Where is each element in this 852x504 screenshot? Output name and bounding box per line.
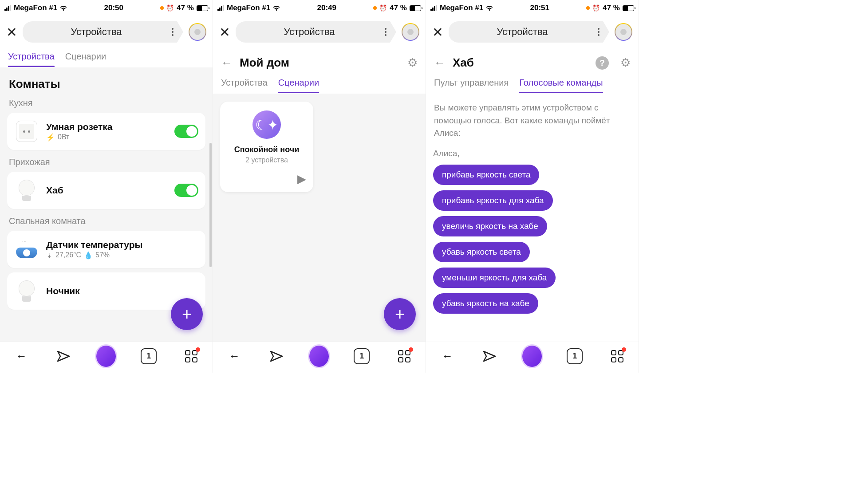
status-time: 20:51 — [530, 4, 549, 12]
thermometer-icon: 🌡 — [46, 252, 53, 259]
device-power: 0Вт — [58, 133, 69, 141]
bottom-nav: ← 1 — [213, 342, 426, 373]
bottom-nav: ← 1 — [426, 342, 639, 373]
device-name: Датчик температуры — [46, 240, 198, 250]
battery-icon — [197, 5, 208, 11]
nav-back[interactable]: ← — [225, 346, 244, 366]
carrier-label: MegaFon #1 — [227, 4, 270, 12]
status-time: 20:49 — [317, 4, 336, 12]
hub-toggle[interactable] — [174, 184, 198, 197]
nav-tabs[interactable]: 1 — [139, 346, 158, 366]
back-button[interactable]: ← — [434, 56, 446, 70]
voice-chip[interactable]: прибавь яркость света — [433, 165, 539, 185]
voice-chip[interactable]: прибавь яркость для хаба — [433, 190, 553, 211]
nav-send[interactable] — [54, 346, 74, 366]
nav-alice[interactable] — [309, 346, 329, 366]
voice-intro: Вы можете управлять этим устройством с п… — [434, 102, 631, 140]
title-pill[interactable]: Устройства — [449, 21, 609, 43]
kebab-icon[interactable] — [598, 28, 600, 36]
voice-chip[interactable]: убавь яркость света — [433, 242, 530, 262]
tab-scenarios[interactable]: Сценарии — [65, 48, 106, 67]
notification-dot-icon — [196, 347, 200, 352]
tab-remote[interactable]: Пульт управления — [434, 74, 509, 93]
room-kitchen-label: Кухня — [9, 98, 204, 108]
title-pill[interactable]: Устройства — [23, 21, 183, 43]
kebab-icon[interactable] — [172, 28, 174, 36]
settings-button[interactable]: ⚙ — [407, 56, 418, 70]
page-title: Мой дом — [240, 56, 400, 70]
screen-hub-voice: MegaFon #1 20:51 ⏰ 47 % ✕ Устройства ← Х… — [426, 0, 639, 373]
scrollbar[interactable] — [209, 143, 212, 267]
tab-scenarios[interactable]: Сценарии — [278, 74, 319, 93]
close-button[interactable]: ✕ — [432, 24, 443, 40]
voice-chip[interactable]: убавь яркость на хабе — [433, 293, 538, 314]
nav-back[interactable]: ← — [438, 346, 457, 366]
nav-send[interactable] — [267, 346, 287, 366]
recording-dot-icon — [586, 6, 590, 10]
status-bar: MegaFon #1 20:50 ⏰ 47 % — [0, 0, 213, 16]
nav-tabs[interactable]: 1 — [352, 346, 371, 366]
voice-chip[interactable]: увеличь яркость на хабе — [433, 216, 547, 236]
wifi-icon — [486, 5, 493, 11]
device-temp-sensor[interactable]: ˙ ˙ ˙ Датчик температуры 🌡 27,26°C 💧 57% — [7, 231, 205, 268]
content-scroll[interactable]: Вы можете управлять этим устройством с п… — [426, 94, 639, 373]
avatar-button[interactable] — [615, 23, 632, 41]
status-bar: MegaFon #1 20:49 ⏰ 47 % — [213, 0, 426, 16]
status-bar: MegaFon #1 20:51 ⏰ 47 % — [426, 0, 639, 16]
add-fab[interactable]: + — [384, 298, 416, 330]
scenario-sub: 2 устройства — [245, 156, 288, 164]
rooms-heading: Комнаты — [9, 77, 204, 91]
tab-devices[interactable]: Устройства — [221, 74, 268, 93]
signal-icon — [430, 5, 437, 11]
avatar-button[interactable] — [189, 23, 206, 41]
nav-apps[interactable] — [181, 346, 201, 366]
nav-alice[interactable] — [522, 346, 542, 366]
help-button[interactable]: ? — [596, 56, 609, 70]
settings-button[interactable]: ⚙ — [620, 56, 631, 70]
kebab-icon[interactable] — [385, 28, 387, 36]
back-button[interactable]: ← — [221, 56, 233, 70]
device-smart-outlet[interactable]: Умная розетка ⚡0Вт — [7, 113, 205, 150]
carrier-label: MegaFon #1 — [14, 4, 57, 12]
close-button[interactable]: ✕ — [6, 24, 17, 40]
voice-chip[interactable]: уменьши яркость для хаба — [433, 268, 556, 288]
avatar-button[interactable] — [402, 23, 419, 41]
play-button[interactable]: ▶ — [297, 172, 306, 186]
recording-dot-icon — [160, 6, 164, 10]
tab-voice-commands[interactable]: Голосовые команды — [519, 74, 603, 93]
page-header: ← Мой дом ⚙ — [213, 48, 426, 74]
scenario-card-goodnight[interactable]: ☾✦ Спокойной ночи 2 устройства ▶ — [220, 102, 313, 192]
sensor-temp: 27,26°C — [55, 251, 81, 259]
app-bar: ✕ Устройства — [0, 16, 213, 48]
appbar-title: Устройства — [284, 26, 335, 38]
carrier-label: MegaFon #1 — [440, 4, 483, 12]
room-hallway-label: Прихожая — [9, 157, 204, 167]
nav-apps[interactable] — [607, 346, 627, 366]
tab-devices[interactable]: Устройства — [8, 48, 55, 67]
close-button[interactable]: ✕ — [219, 24, 230, 40]
signal-icon — [217, 5, 224, 11]
nav-back[interactable]: ← — [12, 346, 31, 366]
notification-dot-icon — [622, 347, 626, 352]
outlet-toggle[interactable] — [174, 125, 198, 138]
main-tabs: Устройства Сценарии — [0, 48, 213, 67]
nav-apps[interactable] — [394, 346, 414, 366]
nav-tabs[interactable]: 1 — [565, 346, 584, 366]
add-fab[interactable]: + — [171, 298, 203, 330]
device-hub[interactable]: Хаб — [7, 172, 205, 209]
device-name: Хаб — [46, 185, 167, 196]
app-bar: ✕ Устройства — [426, 16, 639, 48]
notification-dot-icon — [409, 347, 413, 352]
nav-alice[interactable] — [96, 346, 116, 366]
signal-icon — [4, 5, 11, 11]
bottom-nav: ← 1 — [0, 342, 213, 373]
nav-send[interactable] — [480, 346, 500, 366]
wifi-icon — [60, 5, 67, 11]
title-pill[interactable]: Устройства — [236, 21, 396, 43]
scenario-name: Спокойной ночи — [234, 145, 300, 154]
bulb-icon — [14, 279, 39, 303]
recording-dot-icon — [373, 6, 377, 10]
content-scroll[interactable]: ☾✦ Спокойной ночи 2 устройства ▶ — [213, 94, 426, 373]
sensor-humidity: 57% — [95, 251, 110, 259]
voice-call-label: Алиса, — [433, 149, 631, 158]
